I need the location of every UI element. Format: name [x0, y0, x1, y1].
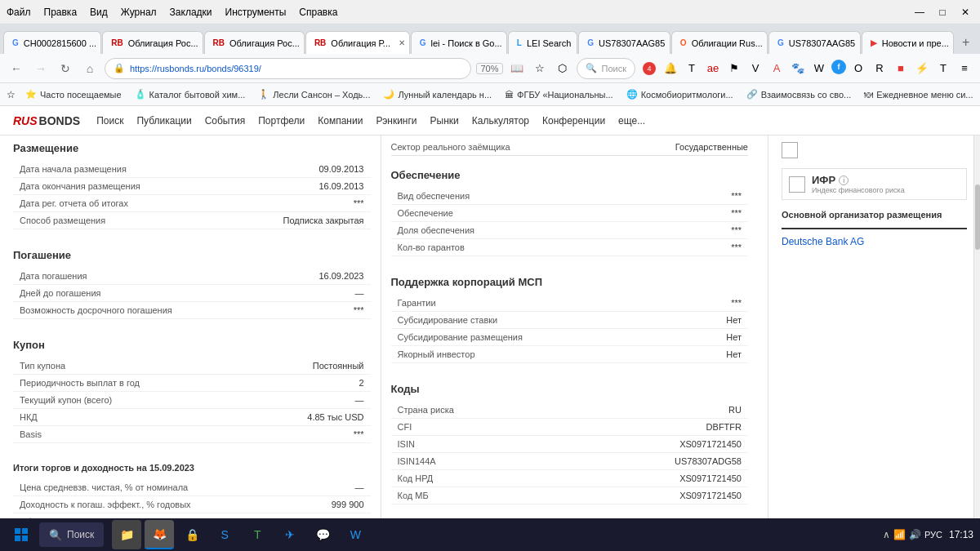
tray-network-icon[interactable]: 📶 [893, 529, 906, 540]
addon-icon-2[interactable]: T [683, 60, 701, 78]
menu-tools[interactable]: Инструменты [225, 7, 287, 18]
table-row: Способ размещения Подписка закрытая [13, 212, 371, 229]
bookmark-leslie[interactable]: 🚶 Лесли Сансон – Ходь... [255, 89, 373, 100]
menu-bookmarks[interactable]: Закладки [170, 7, 212, 18]
browser-icon: 🦊 [153, 527, 167, 540]
tab-6-label: LEI Search [527, 38, 571, 48]
tab-9[interactable]: G US78307AAG85 [768, 31, 861, 54]
addon-icon-13[interactable]: ⚡ [913, 60, 931, 78]
tab-1[interactable]: G CH0002815600 ... [3, 31, 101, 54]
addon-icon-14[interactable]: T [934, 60, 952, 78]
tab-10-favicon: ▶ [871, 38, 877, 47]
bookmark-fgbu[interactable]: 🏛 ФГБУ «Национальны... [501, 90, 617, 100]
taskbar-app-3[interactable]: 🔒 [177, 520, 207, 549]
tray-lang[interactable]: РУС [924, 530, 942, 540]
bookmark-icon-leslie: 🚶 [258, 89, 270, 100]
nav-search[interactable]: Поиск [96, 112, 123, 130]
table-row: Код НРД XS0971721450 [391, 470, 749, 487]
bookmark-icon[interactable]: ☆ [531, 60, 549, 78]
forward-button[interactable]: → [31, 59, 51, 78]
url-bar[interactable]: 🔒 https://rusbonds.ru/bonds/96319/ [105, 58, 471, 79]
nav-events[interactable]: События [205, 112, 246, 130]
addon-icon-6[interactable]: A [768, 60, 786, 78]
taskbar-app-browser[interactable]: 🦊 [145, 520, 174, 549]
tab-4[interactable]: RB Облигация Р... ✕ [305, 31, 410, 54]
bookmark-moon[interactable]: 🌙 Лунный календарь н... [380, 89, 495, 100]
scrollbar-thumb[interactable] [975, 184, 980, 250]
nav-publications[interactable]: Публикации [136, 112, 191, 130]
addon-icon-1[interactable]: 🔔 [662, 60, 679, 78]
organizer-name[interactable]: Deutsche Bank AG [782, 236, 967, 247]
ifr-info-icon[interactable]: i [839, 176, 849, 185]
site-logo[interactable]: RUS BONDS [13, 114, 80, 127]
addon-icon-7[interactable]: 🐾 [789, 60, 807, 78]
taskbar-app-file-manager[interactable]: 📁 [112, 520, 141, 549]
tab-3[interactable]: RB Облигация Рос... [204, 31, 305, 54]
menu-file[interactable]: Файл [7, 7, 31, 18]
close-button[interactable]: ✕ [957, 4, 973, 20]
addon-icon-8[interactable]: W [810, 60, 828, 78]
addon-icon-4[interactable]: ⚑ [725, 60, 743, 78]
tab-6[interactable]: L LEI Search [508, 31, 577, 54]
msp-guarantees-label: Гарантии [391, 295, 606, 312]
taskbar-app-whatsapp[interactable]: 💬 [308, 520, 337, 549]
page-scrollbar[interactable] [973, 136, 980, 527]
nav-markets[interactable]: Рынки [430, 112, 459, 130]
pocket-icon[interactable]: ⬡ [554, 60, 572, 78]
tab-5[interactable]: G lei - Поиск в Go... [411, 31, 507, 54]
addon-icon-10[interactable]: O [849, 60, 867, 78]
addon-icon-11[interactable]: R [871, 60, 889, 78]
tab-8[interactable]: O Облигации Rus... [671, 31, 768, 54]
ifr-checkbox[interactable] [789, 176, 805, 193]
home-button[interactable]: ⌂ [80, 59, 100, 78]
minimize-button[interactable]: — [911, 4, 928, 20]
maximize-button[interactable]: □ [934, 4, 951, 20]
new-tab-button[interactable]: + [955, 31, 977, 54]
tab-4-close[interactable]: ✕ [399, 38, 405, 47]
ifr-label: ИФР [812, 174, 835, 186]
tray-up-icon[interactable]: ∧ [883, 529, 890, 540]
taskbar-app-telegram[interactable]: ✈ [275, 520, 305, 549]
tray-sound-icon[interactable]: 🔊 [909, 529, 921, 540]
nav-portfolios[interactable]: Портфели [258, 112, 305, 130]
taskbar-app-5[interactable]: T [243, 520, 272, 549]
reload-button[interactable]: ↻ [56, 59, 75, 78]
zoom-level[interactable]: 70% [476, 63, 502, 74]
addon-icon-5[interactable]: V [746, 60, 764, 78]
taskbar-app-4[interactable]: S [210, 520, 239, 549]
addon-icon-12[interactable]: ■ [892, 60, 910, 78]
menu-journal[interactable]: Журнал [121, 7, 157, 18]
tab-2[interactable]: RB Облигация Рос... [102, 31, 203, 54]
taskbar-search-bar[interactable]: 🔍 Поиск [39, 522, 104, 547]
code-nrd-value: XS0971721450 [605, 470, 748, 487]
bookmark-cosmo[interactable]: 🌐 Космобиоритмологи... [623, 89, 737, 100]
addon-icon-9[interactable]: f [831, 60, 846, 74]
tab-10-label: Новости и пре... [882, 38, 949, 48]
taskbar-app-word[interactable]: W [341, 520, 370, 549]
bookmark-vzaimo[interactable]: 🔗 Взаимосвязь со сво... [743, 89, 855, 100]
menu-view[interactable]: Вид [90, 7, 108, 18]
checkbox-1[interactable] [782, 142, 798, 158]
placement-reg-label: Дата рег. отчета об итогах [13, 195, 228, 212]
menu-edit[interactable]: Правка [44, 7, 78, 18]
back-button[interactable]: ← [7, 59, 26, 78]
nav-companies[interactable]: Компании [318, 112, 363, 130]
bookmark-frequently-visited[interactable]: ⭐ Часто посещаемые [22, 89, 125, 100]
tab-10[interactable]: ▶ Новости и пре... [862, 31, 955, 54]
nav-more[interactable]: еще... [618, 112, 645, 130]
tab-9-label: US78307AAG85 [789, 38, 855, 48]
nav-conferences[interactable]: Конференции [542, 112, 605, 130]
nav-rankings[interactable]: Рэнкинги [376, 112, 416, 130]
nav-calculator[interactable]: Калькулятор [472, 112, 529, 130]
overflow-menu[interactable]: ≡ [956, 60, 973, 78]
extensions-icon[interactable]: 4 [640, 60, 658, 78]
bookmark-catalog[interactable]: 🧴 Каталог бытовой хим... [131, 89, 249, 100]
reader-mode-icon[interactable]: 📖 [508, 60, 526, 78]
start-button[interactable] [7, 520, 36, 549]
lock-icon: 🔒 [114, 63, 125, 73]
menu-help[interactable]: Справка [299, 7, 337, 18]
search-bar[interactable]: 🔍 Поиск [577, 58, 635, 79]
bookmark-menu[interactable]: 🍽 Ежедневное меню си... [861, 90, 976, 100]
tab-7[interactable]: G US78307AAG85 [578, 31, 670, 54]
addon-icon-3[interactable]: ае [704, 60, 722, 78]
